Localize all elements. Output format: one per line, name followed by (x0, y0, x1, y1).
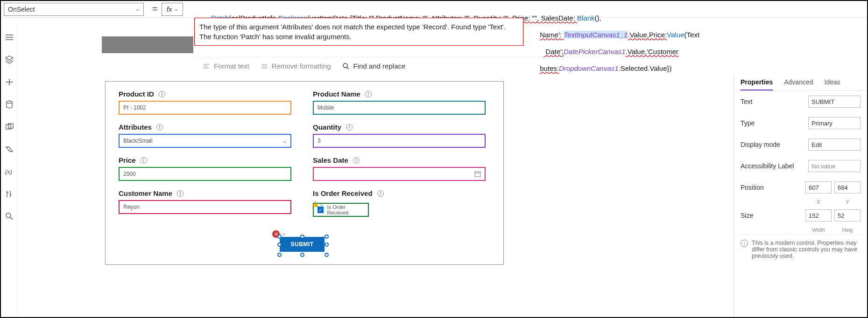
variable-icon[interactable]: (x) (5, 167, 14, 176)
info-icon: i (365, 91, 372, 97)
plus-icon[interactable] (5, 77, 14, 87)
info-icon: i (346, 124, 353, 131)
info-icon: i (141, 157, 147, 164)
formula-error-tooltip: The type of this argument 'Attributes' d… (194, 18, 523, 46)
error-line-2: The function 'Patch' has some invalid ar… (199, 33, 518, 41)
layers-icon[interactable] (5, 55, 14, 64)
customer-name-input[interactable]: Reyon (119, 200, 291, 214)
info-icon: i (353, 157, 360, 164)
product-name-label: Product Namei (313, 90, 490, 98)
resize-handle[interactable] (277, 235, 282, 239)
checkbox-icon: ✓ (318, 207, 324, 213)
resize-handle[interactable] (300, 253, 304, 257)
search-icon[interactable] (5, 212, 14, 221)
svg-text:(x): (x) (5, 168, 12, 175)
tools-icon[interactable] (5, 189, 14, 199)
prop-position-x[interactable]: 607 (805, 181, 832, 194)
chevron-down-icon[interactable]: ⌄ (282, 230, 286, 236)
resize-handle[interactable] (325, 253, 329, 257)
submit-button-wrapper: ✕ ⌄ SUBMIT (280, 237, 326, 255)
resize-handle[interactable] (277, 253, 282, 257)
modern-control-note: i This is a modern control. Properties m… (734, 235, 867, 264)
svg-point-1 (7, 101, 12, 104)
remove-formatting-button[interactable]: Remove formatting (261, 62, 331, 70)
properties-panel: Properties Advanced Ideas Text SUBMIT Ty… (734, 75, 867, 317)
chevron-down-icon: ⌄ (174, 7, 178, 12)
info-icon: i (377, 190, 384, 197)
position-sublabels: XY (734, 199, 867, 205)
warning-icon: ! (312, 201, 318, 207)
error-line-1: The type of this argument 'Attributes' d… (199, 23, 518, 31)
info-icon: i (177, 190, 183, 197)
search-icon (342, 62, 350, 70)
tab-ideas[interactable]: Ideas (825, 78, 840, 90)
price-input[interactable]: 2000 (119, 167, 291, 181)
tab-properties[interactable]: Properties (741, 78, 773, 90)
formula-toolbar: Format text Remove formatting Find and r… (194, 57, 598, 75)
resize-handle[interactable] (277, 242, 282, 247)
prop-type: Type Primary (734, 112, 867, 134)
customer-name-label: Customer Namei (119, 189, 296, 197)
fx-label: fx (167, 5, 172, 13)
prop-text-input[interactable]: SUBMIT (808, 96, 861, 108)
prop-text: Text SUBMIT (734, 91, 867, 112)
submit-button[interactable]: SUBMIT (280, 237, 325, 252)
prop-size: Size 152 52 (734, 205, 867, 226)
prop-accessibility-input[interactable]: No value (808, 160, 861, 172)
product-id-label: Product IDi (119, 90, 296, 98)
resize-handle[interactable] (300, 235, 304, 239)
svg-point-0 (343, 63, 347, 68)
attributes-dropdown[interactable]: Black/Small⌄ (119, 134, 291, 148)
chevron-down-icon: ⌄ (282, 138, 287, 144)
is-order-received-label: Is Order Receivedi (313, 189, 490, 197)
info-icon: i (741, 240, 748, 247)
prop-type-dropdown[interactable]: Primary (808, 117, 861, 129)
quantity-input[interactable]: 3 (313, 134, 486, 148)
left-rail: (x) (1, 26, 18, 317)
chevron-down-icon: ⌄ (135, 6, 140, 12)
prop-position: Position 607 684 (734, 177, 867, 198)
sales-date-label: Sales Datei (313, 156, 490, 164)
prop-display-dropdown[interactable]: Edit (808, 138, 861, 151)
resize-handle[interactable] (325, 242, 329, 247)
format-text-button[interactable]: Format text (203, 62, 249, 70)
remove-formatting-icon (261, 62, 268, 70)
prop-accessibility: Accessibility Label No value (734, 155, 867, 177)
canvas-header-strip (102, 36, 193, 53)
sales-date-picker[interactable] (313, 167, 486, 181)
svg-rect-6 (475, 172, 480, 177)
equals-sign: = (152, 4, 158, 14)
quantity-label: Quantityi (313, 123, 490, 131)
format-text-icon (203, 62, 210, 70)
svg-text:!: ! (315, 202, 316, 207)
resize-handle[interactable] (325, 235, 329, 239)
prop-position-y[interactable]: 684 (834, 181, 861, 194)
info-icon: i (156, 124, 163, 131)
property-selector[interactable]: OnSelect ⌄ (4, 3, 144, 16)
properties-tabs: Properties Advanced Ideas (734, 75, 867, 91)
size-sublabels: WidthHeig (734, 227, 867, 233)
product-id-input[interactable]: PI - 1002 (119, 101, 291, 115)
media-icon[interactable] (5, 122, 14, 131)
database-icon[interactable] (5, 100, 14, 109)
tab-advanced[interactable]: Advanced (784, 78, 813, 90)
prop-display-mode: Display mode Edit (734, 134, 867, 155)
price-label: Pricei (119, 156, 296, 164)
info-icon: i (159, 91, 165, 97)
prop-size-width[interactable]: 152 (805, 209, 832, 221)
hamburger-icon[interactable] (5, 33, 14, 42)
product-name-input[interactable]: Mobile (313, 101, 486, 115)
property-selector-value: OnSelect (8, 6, 35, 13)
flow-icon[interactable] (5, 145, 14, 154)
prop-size-height[interactable]: 52 (834, 209, 861, 221)
fx-button[interactable]: fx ⌄ (162, 3, 183, 16)
calendar-icon (474, 171, 481, 177)
find-replace-button[interactable]: Find and replace (342, 62, 406, 70)
svg-point-5 (6, 213, 11, 218)
attributes-label: Attributesi (119, 123, 296, 131)
chevron-down-icon: ⌄ (319, 201, 324, 207)
